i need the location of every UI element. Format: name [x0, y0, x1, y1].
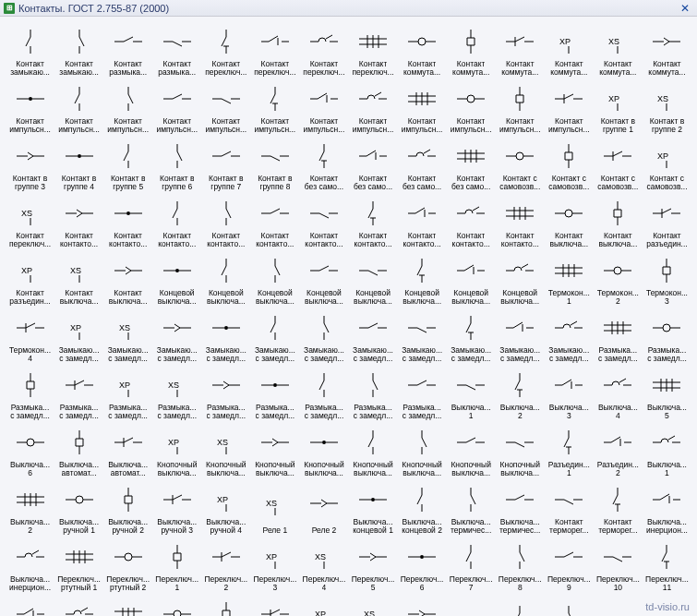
shape-item[interactable]: Выключа...ручной 3	[152, 478, 201, 536]
shape-item[interactable]: Контакт вгруппе 4	[54, 135, 103, 192]
shape-item[interactable]: Контактимпульсн...	[201, 78, 250, 135]
shape-item[interactable]: Контактимпульсн...	[299, 78, 348, 135]
shape-item[interactable]: Выключа...инерцион...	[643, 478, 691, 536]
shape-item[interactable]: XPКонтактразъедин...	[6, 249, 54, 307]
shape-item[interactable]: Выключа...2	[6, 478, 54, 536]
shape-item[interactable]: Размыка...с замедл...	[54, 364, 103, 421]
shape-item[interactable]: Выключа...1	[643, 421, 691, 478]
shape-item[interactable]: Кнопка 3	[545, 593, 594, 616]
shape-item[interactable]: Термокон...1	[545, 249, 594, 307]
shape-item[interactable]: Контакт вгруппе 7	[201, 135, 250, 192]
shape-item[interactable]: Контакт вгруппе 6	[152, 135, 201, 192]
shape-item[interactable]: XPКонтакткоммута...	[545, 20, 594, 78]
shape-item[interactable]: XPРазмыка...с замедл...	[103, 364, 152, 421]
shape-item[interactable]: XSРеле 1	[250, 478, 299, 536]
shape-item[interactable]: Контактразъедин...	[643, 192, 691, 249]
shape-item[interactable]: Контактбез само...	[349, 135, 398, 192]
shape-item[interactable]: Контакт ссамовозв...	[594, 135, 643, 192]
shape-item[interactable]: Контактбез само...	[299, 135, 348, 192]
shape-item[interactable]: Переключ...5	[349, 536, 398, 593]
shape-item[interactable]: Переключ...9	[545, 536, 594, 593]
shape-item[interactable]: Разъедин...1	[545, 421, 594, 478]
shape-item[interactable]: Кнопка 1	[447, 593, 496, 616]
shape-item[interactable]: Соедине...1	[152, 593, 201, 616]
shape-item[interactable]: Контактимпульсн...	[6, 78, 54, 135]
shape-item[interactable]: Замыкаю...с замедл...	[299, 307, 348, 364]
shape-item[interactable]: Размыка...с замедл...	[349, 364, 398, 421]
shape-item[interactable]: Выключа...4	[594, 364, 643, 421]
shape-item[interactable]: XSСоедине...5	[349, 593, 398, 616]
shape-item[interactable]: Контактимпульсн...	[447, 78, 496, 135]
shape-item[interactable]: Контакттерморег...	[545, 478, 594, 536]
shape-item[interactable]: Выключа...термичес...	[447, 478, 496, 536]
shape-item[interactable]: Замыкаю...с замедл...	[496, 307, 545, 364]
shape-item[interactable]: Контакткоммута...	[447, 20, 496, 78]
shape-item[interactable]: Выключа...автомат...	[54, 421, 103, 478]
shape-item[interactable]: XSКонтакт вгруппе 2	[643, 78, 691, 135]
shape-item[interactable]: Выключа...ручной 2	[103, 478, 152, 536]
shape-item[interactable]: XPВыключа...ручной 4	[201, 478, 250, 536]
shape-item[interactable]: Контактимпульсн...	[496, 78, 545, 135]
shape-item[interactable]: Кнопочныйвыключа...	[250, 421, 299, 478]
shape-item[interactable]: Выключа...инерцион...	[6, 536, 54, 593]
shape-item[interactable]: Замыкаю...с замедл...	[398, 307, 447, 364]
shape-item[interactable]: Выключа...5	[643, 364, 691, 421]
shape-item[interactable]: Выключа...6	[6, 421, 54, 478]
shape-item[interactable]: Размыка...с замедл...	[6, 364, 54, 421]
shape-item[interactable]: Концевойвыключа...	[250, 249, 299, 307]
shape-item[interactable]: Контакткоммута...	[643, 20, 691, 78]
shape-item[interactable]: Концевойвыключа...	[201, 249, 250, 307]
shape-item[interactable]: XSКнопочныйвыключа...	[201, 421, 250, 478]
shape-item[interactable]: Замыкаю...с замедл...	[447, 307, 496, 364]
shape-item[interactable]: Переключ...13	[54, 593, 103, 616]
shape-item[interactable]: Контактвыключа...	[545, 192, 594, 249]
shape-item[interactable]: Размыка...с замедл...	[594, 307, 643, 364]
shape-item[interactable]: Концевойвыключа...	[152, 249, 201, 307]
shape-item[interactable]: Замыкаю...с замедл...	[152, 307, 201, 364]
shape-item[interactable]: Реле 2	[299, 478, 348, 536]
shape-item[interactable]: Контактимпульсн...	[398, 78, 447, 135]
shape-item[interactable]: Кнопочныйвыключа...	[349, 421, 398, 478]
shape-item[interactable]: Контакт вгруппе 5	[103, 135, 152, 192]
shape-item[interactable]: Контактконтакто...	[103, 192, 152, 249]
shape-item[interactable]: Контакттерморег...	[594, 478, 643, 536]
shape-item[interactable]: Кнопка 2	[496, 593, 545, 616]
shape-item[interactable]: Контактзамыкаю...	[6, 20, 54, 78]
shape-item[interactable]: Контактконтакто...	[152, 192, 201, 249]
shape-item[interactable]: Контактконтакто...	[201, 192, 250, 249]
shape-item[interactable]: Кнопочныйвыключа...	[496, 421, 545, 478]
shape-item[interactable]: Переключ...14	[103, 593, 152, 616]
shape-item[interactable]: Термокон...2	[594, 249, 643, 307]
shape-item[interactable]: Выключа...концевой 1	[349, 478, 398, 536]
shape-item[interactable]: Замыкаю...с замедл...	[545, 307, 594, 364]
shape-item[interactable]: Контактпереключ...	[299, 20, 348, 78]
shape-item[interactable]: Разъедин...2	[594, 421, 643, 478]
shape-item[interactable]: Концевойвыключа...	[349, 249, 398, 307]
shape-item[interactable]: Замыкаю...с замедл...	[250, 307, 299, 364]
shape-item[interactable]: Контакт вгруппе 8	[250, 135, 299, 192]
shape-item[interactable]: Термокон...4	[6, 307, 54, 364]
shape-item[interactable]: Выключа...термичес...	[496, 478, 545, 536]
shape-item[interactable]: XPКонтакт вгруппе 1	[594, 78, 643, 135]
shape-item[interactable]: Переключ...1	[152, 536, 201, 593]
shape-item[interactable]: Замыкаю...с замедл...	[349, 307, 398, 364]
shape-item[interactable]: Контактимпульсн...	[250, 78, 299, 135]
shape-item[interactable]: Термокон...3	[643, 249, 691, 307]
shape-item[interactable]: Концевойвыключа...	[299, 249, 348, 307]
shape-item[interactable]: Контактконтакто...	[299, 192, 348, 249]
shape-item[interactable]: Контактимпульсн...	[349, 78, 398, 135]
shape-item[interactable]: Размыка...с замедл...	[398, 364, 447, 421]
close-icon[interactable]: ✕	[677, 2, 693, 15]
shape-item[interactable]: Переключ...12	[6, 593, 54, 616]
shape-item[interactable]: XSЗамыкаю...с замедл...	[103, 307, 152, 364]
shape-item[interactable]: Переключ...ртутный 2	[103, 536, 152, 593]
shape-item[interactable]: Контактбез само...	[398, 135, 447, 192]
shape-item[interactable]: Переключ...6	[398, 536, 447, 593]
shape-item[interactable]: XPЗамыкаю...с замедл...	[54, 307, 103, 364]
shape-item[interactable]: Выключа...1	[447, 364, 496, 421]
shape-item[interactable]: XSРазмыка...с замедл...	[152, 364, 201, 421]
shape-item[interactable]: XSКонтакткоммута...	[594, 20, 643, 78]
shape-item[interactable]: Соедине...3	[250, 593, 299, 616]
shape-item[interactable]: Контактконтакто...	[496, 192, 545, 249]
shape-item[interactable]: Контактпереключ...	[250, 20, 299, 78]
